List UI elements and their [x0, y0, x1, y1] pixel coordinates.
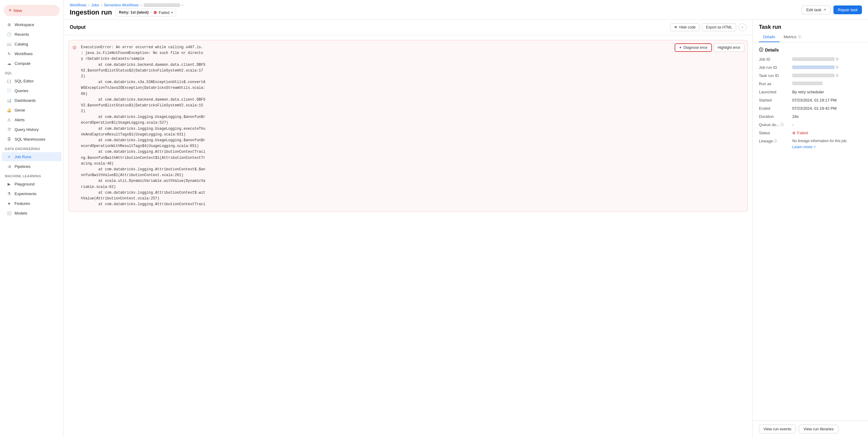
sidebar-item-experiments[interactable]: ⚗ Experiments: [2, 189, 62, 198]
breadcrumb-sep4: ›: [182, 3, 183, 7]
sidebar-item-alerts[interactable]: ⚠ Alerts: [2, 115, 62, 124]
sidebar-item-pipelines[interactable]: ⇉ Pipelines: [2, 162, 62, 171]
error-actions-overlay: ✦ Diagnose error Highlight error: [675, 43, 744, 52]
breadcrumb-blurred-item: [144, 3, 180, 7]
sidebar-item-label: SQL Warehouses: [14, 137, 45, 142]
output-panel: Output 👁 Hide code Export as HTML ›: [64, 20, 753, 437]
duration-label: Duration: [759, 114, 792, 119]
sparkle-icon: ✦: [679, 45, 682, 50]
sidebar-item-genie[interactable]: 🔔 Genie: [2, 105, 62, 115]
failed-label: Failed: [159, 10, 169, 15]
details-section-title: ⓘ Details: [759, 47, 862, 53]
copy-icon3[interactable]: ⎘: [836, 73, 838, 77]
sidebar-item-models[interactable]: ⬜ Models: [2, 209, 62, 218]
duration-row: Duration 24s: [759, 114, 862, 119]
collapse-button[interactable]: ›: [739, 23, 746, 31]
eye-slash-icon: 👁: [674, 25, 678, 29]
flow-icon: ⇉: [7, 164, 11, 169]
breadcrumb-jobs[interactable]: Jobs: [91, 3, 99, 7]
task-run-title: Task run: [759, 24, 862, 30]
sidebar-item-catalog[interactable]: 📖 Catalog: [2, 39, 62, 49]
highlight-error-button[interactable]: Highlight error: [714, 43, 744, 52]
run-as-label: Run as: [759, 82, 792, 86]
sidebar-item-label: Features: [14, 201, 30, 206]
output-actions: 👁 Hide code Export as HTML ›: [670, 23, 746, 31]
status-failed-badge: ⊗ Failed: [792, 131, 808, 135]
page-title: Ingestion run: [70, 8, 112, 17]
machine-learning-section-label: Machine Learning: [0, 171, 63, 179]
sidebar-item-features[interactable]: ★ Features: [2, 199, 62, 208]
task-run-id-value: ⎘: [792, 73, 862, 77]
copy-icon2[interactable]: ⎘: [836, 65, 838, 69]
queue-du-value: -: [792, 122, 862, 127]
list-icon: ≡: [7, 154, 11, 159]
sidebar-item-workspace[interactable]: ⊞ Workspace: [2, 20, 62, 29]
sidebar-item-label: Alerts: [14, 118, 25, 122]
job-id-value: ⎘: [792, 57, 862, 61]
view-run-events-button[interactable]: View run events: [759, 425, 796, 433]
status-value: ⊗ Failed: [792, 131, 862, 135]
sidebar-item-compute[interactable]: ☁ Compute: [2, 59, 62, 68]
page-title-container: Ingestion run Retry: 1st (latest) · ⊗ Fa…: [70, 8, 183, 17]
retry-label: Retry: 1st (latest): [119, 10, 149, 14]
edit-task-label: Edit task: [806, 7, 821, 12]
sidebar-item-sql-warehouses[interactable]: 🗄 SQL Warehouses: [2, 134, 62, 144]
sidebar-item-query-history[interactable]: ⏱ Query History: [2, 125, 62, 134]
grid-icon: ⊞: [7, 22, 11, 27]
chevron-down-icon: ▾: [171, 11, 173, 14]
sidebar-item-label: Catalog: [14, 42, 28, 46]
highlight-label: Highlight error: [718, 45, 740, 50]
retry-badge[interactable]: Retry: 1st (latest) · ⊗ Failed ▾: [116, 8, 176, 17]
sidebar-item-playground[interactable]: ▶ Playground: [2, 179, 62, 188]
edit-task-button[interactable]: Edit task ↗: [802, 5, 830, 14]
started-row: Started 07/23/2024, 01:19:17 PM: [759, 98, 862, 102]
code-icon: { }: [7, 79, 11, 83]
details-section-label: Details: [765, 48, 779, 53]
sidebar-item-label: Workspace: [14, 23, 34, 27]
sidebar-item-dashboards[interactable]: 📊 Dashboards: [2, 96, 62, 105]
sidebar-item-sql-editor[interactable]: { } SQL Editor: [2, 76, 62, 86]
sidebar-item-workflows[interactable]: ↻ Workflows: [2, 49, 62, 58]
sidebar-item-queries[interactable]: 📄 Queries: [2, 86, 62, 95]
content-area: Output 👁 Hide code Export as HTML ›: [64, 20, 868, 437]
sidebar-item-recents[interactable]: 🕐 Recents: [2, 30, 62, 39]
error-container: ⊙ ✦ Diagnose error Highlight error Execu…: [64, 35, 752, 437]
copy-icon[interactable]: ⎘: [836, 57, 838, 61]
ended-row: Ended 07/23/2024, 01:19:42 PM: [759, 106, 862, 111]
view-run-events-label: View run events: [764, 427, 791, 431]
sidebar: + New ⊞ Workspace 🕐 Recents 📖 Catalog ↻ …: [0, 0, 64, 437]
learn-more-link[interactable]: Learn more ↗: [792, 145, 815, 149]
failed-status-text: Failed: [797, 131, 808, 135]
sidebar-item-label: Genie: [14, 108, 25, 113]
info-icon: ⓘ: [759, 47, 763, 53]
tab-metrics[interactable]: Metrics ⓘ: [779, 33, 806, 42]
sidebar-item-label: Workflows: [14, 52, 33, 56]
task-run-tabs: Details Metrics ⓘ: [759, 33, 862, 42]
sidebar-item-label: Queries: [14, 89, 29, 93]
data-engineering-section-label: Data Engineering: [0, 144, 63, 152]
run-as-row: Run as: [759, 82, 862, 86]
failed-status-icon: ⊗: [792, 131, 796, 135]
view-run-libraries-button[interactable]: View run libraries: [799, 425, 838, 433]
info-circle-icon: ⓘ: [798, 35, 801, 39]
diagnose-error-button[interactable]: ✦ Diagnose error: [675, 43, 712, 52]
sidebar-item-job-runs[interactable]: ≡ Job Runs: [2, 152, 62, 161]
job-id-row: Job ID ⎘: [759, 57, 862, 62]
new-button[interactable]: + New: [4, 5, 60, 16]
export-html-button[interactable]: Export as HTML: [702, 23, 736, 31]
breadcrumb-workflows[interactable]: Workflows: [70, 3, 86, 7]
tab-details[interactable]: Details: [759, 33, 779, 42]
sql-section-label: SQL: [0, 68, 63, 76]
sidebar-item-label: SQL Editor: [14, 79, 34, 83]
lineage-text: No lineage information for this job.: [792, 139, 847, 143]
job-run-id-blurred: [792, 65, 835, 69]
ended-value: 07/23/2024, 01:19:42 PM: [792, 106, 862, 111]
repair-task-button[interactable]: Repair task: [833, 5, 862, 14]
view-run-libraries-label: View run libraries: [803, 427, 833, 431]
hide-code-button[interactable]: 👁 Hide code: [670, 23, 700, 31]
job-run-id-label: Job run ID: [759, 65, 792, 70]
lineage-info-icon: ⓘ: [774, 139, 777, 143]
new-button-label: New: [13, 8, 22, 13]
repair-task-label: Repair task: [838, 7, 858, 12]
breadcrumb-serverless[interactable]: Serverless Workflows: [104, 3, 138, 7]
